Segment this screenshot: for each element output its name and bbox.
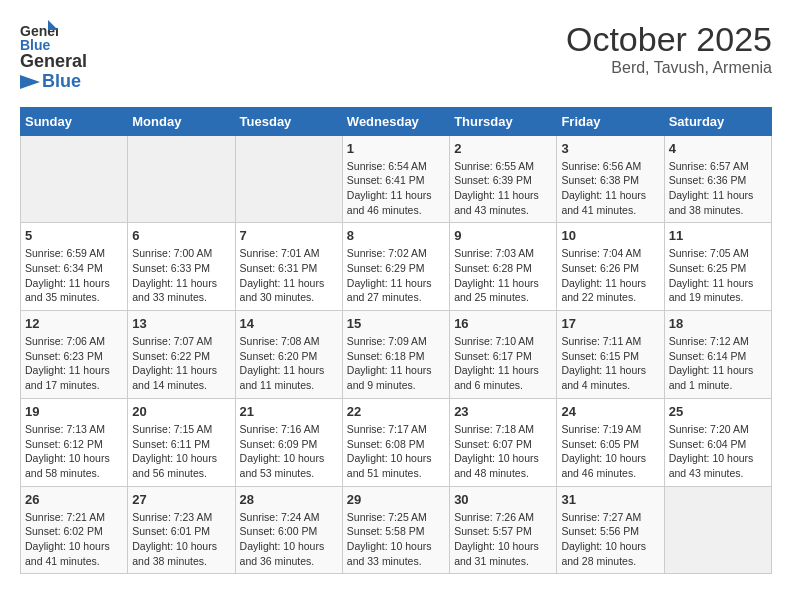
day-info: Sunrise: 7:12 AMSunset: 6:14 PMDaylight:… <box>669 334 767 393</box>
day-info: Sunrise: 7:04 AMSunset: 6:26 PMDaylight:… <box>561 246 659 305</box>
calendar-cell: 11Sunrise: 7:05 AMSunset: 6:25 PMDayligh… <box>664 223 771 311</box>
col-sunday: Sunday <box>21 107 128 135</box>
day-info: Sunrise: 7:21 AMSunset: 6:02 PMDaylight:… <box>25 510 123 569</box>
col-thursday: Thursday <box>450 107 557 135</box>
logo-general: General <box>20 52 87 72</box>
day-number: 29 <box>347 492 445 507</box>
day-number: 4 <box>669 141 767 156</box>
calendar-cell: 17Sunrise: 7:11 AMSunset: 6:15 PMDayligh… <box>557 311 664 399</box>
calendar-cell: 21Sunrise: 7:16 AMSunset: 6:09 PMDayligh… <box>235 398 342 486</box>
day-info: Sunrise: 7:24 AMSunset: 6:00 PMDaylight:… <box>240 510 338 569</box>
day-number: 8 <box>347 228 445 243</box>
day-info: Sunrise: 7:18 AMSunset: 6:07 PMDaylight:… <box>454 422 552 481</box>
svg-text:Blue: Blue <box>20 37 51 52</box>
calendar-cell: 27Sunrise: 7:23 AMSunset: 6:01 PMDayligh… <box>128 486 235 574</box>
day-number: 27 <box>132 492 230 507</box>
calendar-cell: 12Sunrise: 7:06 AMSunset: 6:23 PMDayligh… <box>21 311 128 399</box>
calendar-cell: 6Sunrise: 7:00 AMSunset: 6:33 PMDaylight… <box>128 223 235 311</box>
calendar-week-row: 26Sunrise: 7:21 AMSunset: 6:02 PMDayligh… <box>21 486 772 574</box>
day-info: Sunrise: 7:10 AMSunset: 6:17 PMDaylight:… <box>454 334 552 393</box>
day-number: 6 <box>132 228 230 243</box>
calendar-cell: 3Sunrise: 6:56 AMSunset: 6:38 PMDaylight… <box>557 135 664 223</box>
day-info: Sunrise: 6:55 AMSunset: 6:39 PMDaylight:… <box>454 159 552 218</box>
calendar-subtitle: Berd, Tavush, Armenia <box>566 59 772 77</box>
day-info: Sunrise: 7:02 AMSunset: 6:29 PMDaylight:… <box>347 246 445 305</box>
day-info: Sunrise: 7:27 AMSunset: 5:56 PMDaylight:… <box>561 510 659 569</box>
calendar-table: Sunday Monday Tuesday Wednesday Thursday… <box>20 107 772 575</box>
day-number: 16 <box>454 316 552 331</box>
day-info: Sunrise: 6:54 AMSunset: 6:41 PMDaylight:… <box>347 159 445 218</box>
calendar-week-row: 19Sunrise: 7:13 AMSunset: 6:12 PMDayligh… <box>21 398 772 486</box>
day-number: 17 <box>561 316 659 331</box>
calendar-cell: 14Sunrise: 7:08 AMSunset: 6:20 PMDayligh… <box>235 311 342 399</box>
day-info: Sunrise: 7:19 AMSunset: 6:05 PMDaylight:… <box>561 422 659 481</box>
day-number: 28 <box>240 492 338 507</box>
calendar-cell: 19Sunrise: 7:13 AMSunset: 6:12 PMDayligh… <box>21 398 128 486</box>
day-info: Sunrise: 7:06 AMSunset: 6:23 PMDaylight:… <box>25 334 123 393</box>
title-block: October 2025 Berd, Tavush, Armenia <box>566 20 772 77</box>
calendar-cell <box>128 135 235 223</box>
page-header: General Blue General Blue October 2025 B… <box>20 20 772 92</box>
col-tuesday: Tuesday <box>235 107 342 135</box>
day-info: Sunrise: 7:03 AMSunset: 6:28 PMDaylight:… <box>454 246 552 305</box>
calendar-cell: 18Sunrise: 7:12 AMSunset: 6:14 PMDayligh… <box>664 311 771 399</box>
day-info: Sunrise: 7:25 AMSunset: 5:58 PMDaylight:… <box>347 510 445 569</box>
calendar-cell: 16Sunrise: 7:10 AMSunset: 6:17 PMDayligh… <box>450 311 557 399</box>
calendar-cell: 4Sunrise: 6:57 AMSunset: 6:36 PMDaylight… <box>664 135 771 223</box>
col-wednesday: Wednesday <box>342 107 449 135</box>
day-number: 12 <box>25 316 123 331</box>
calendar-cell: 28Sunrise: 7:24 AMSunset: 6:00 PMDayligh… <box>235 486 342 574</box>
day-number: 13 <box>132 316 230 331</box>
calendar-cell: 13Sunrise: 7:07 AMSunset: 6:22 PMDayligh… <box>128 311 235 399</box>
calendar-week-row: 12Sunrise: 7:06 AMSunset: 6:23 PMDayligh… <box>21 311 772 399</box>
col-monday: Monday <box>128 107 235 135</box>
calendar-cell: 5Sunrise: 6:59 AMSunset: 6:34 PMDaylight… <box>21 223 128 311</box>
day-info: Sunrise: 7:16 AMSunset: 6:09 PMDaylight:… <box>240 422 338 481</box>
calendar-cell: 31Sunrise: 7:27 AMSunset: 5:56 PMDayligh… <box>557 486 664 574</box>
logo-flag-icon <box>20 75 40 89</box>
calendar-cell: 8Sunrise: 7:02 AMSunset: 6:29 PMDaylight… <box>342 223 449 311</box>
day-number: 20 <box>132 404 230 419</box>
day-info: Sunrise: 7:09 AMSunset: 6:18 PMDaylight:… <box>347 334 445 393</box>
day-number: 7 <box>240 228 338 243</box>
day-info: Sunrise: 7:17 AMSunset: 6:08 PMDaylight:… <box>347 422 445 481</box>
calendar-cell: 23Sunrise: 7:18 AMSunset: 6:07 PMDayligh… <box>450 398 557 486</box>
day-number: 21 <box>240 404 338 419</box>
day-info: Sunrise: 7:11 AMSunset: 6:15 PMDaylight:… <box>561 334 659 393</box>
calendar-cell: 7Sunrise: 7:01 AMSunset: 6:31 PMDaylight… <box>235 223 342 311</box>
logo: General Blue General Blue <box>20 20 87 92</box>
day-number: 31 <box>561 492 659 507</box>
day-number: 23 <box>454 404 552 419</box>
day-number: 10 <box>561 228 659 243</box>
day-info: Sunrise: 7:15 AMSunset: 6:11 PMDaylight:… <box>132 422 230 481</box>
calendar-cell: 20Sunrise: 7:15 AMSunset: 6:11 PMDayligh… <box>128 398 235 486</box>
day-number: 26 <box>25 492 123 507</box>
day-info: Sunrise: 7:08 AMSunset: 6:20 PMDaylight:… <box>240 334 338 393</box>
calendar-cell <box>664 486 771 574</box>
col-friday: Friday <box>557 107 664 135</box>
svg-marker-3 <box>20 75 40 89</box>
calendar-week-row: 5Sunrise: 6:59 AMSunset: 6:34 PMDaylight… <box>21 223 772 311</box>
calendar-cell: 30Sunrise: 7:26 AMSunset: 5:57 PMDayligh… <box>450 486 557 574</box>
day-info: Sunrise: 7:23 AMSunset: 6:01 PMDaylight:… <box>132 510 230 569</box>
calendar-cell: 25Sunrise: 7:20 AMSunset: 6:04 PMDayligh… <box>664 398 771 486</box>
calendar-cell: 1Sunrise: 6:54 AMSunset: 6:41 PMDaylight… <box>342 135 449 223</box>
calendar-title: October 2025 <box>566 20 772 59</box>
day-number: 22 <box>347 404 445 419</box>
day-info: Sunrise: 7:20 AMSunset: 6:04 PMDaylight:… <box>669 422 767 481</box>
calendar-cell: 2Sunrise: 6:55 AMSunset: 6:39 PMDaylight… <box>450 135 557 223</box>
day-number: 19 <box>25 404 123 419</box>
calendar-cell: 29Sunrise: 7:25 AMSunset: 5:58 PMDayligh… <box>342 486 449 574</box>
day-number: 1 <box>347 141 445 156</box>
day-number: 14 <box>240 316 338 331</box>
day-number: 9 <box>454 228 552 243</box>
calendar-cell: 22Sunrise: 7:17 AMSunset: 6:08 PMDayligh… <box>342 398 449 486</box>
col-saturday: Saturday <box>664 107 771 135</box>
day-info: Sunrise: 7:26 AMSunset: 5:57 PMDaylight:… <box>454 510 552 569</box>
day-number: 3 <box>561 141 659 156</box>
day-number: 18 <box>669 316 767 331</box>
day-info: Sunrise: 6:56 AMSunset: 6:38 PMDaylight:… <box>561 159 659 218</box>
day-number: 11 <box>669 228 767 243</box>
day-info: Sunrise: 6:57 AMSunset: 6:36 PMDaylight:… <box>669 159 767 218</box>
calendar-cell: 15Sunrise: 7:09 AMSunset: 6:18 PMDayligh… <box>342 311 449 399</box>
